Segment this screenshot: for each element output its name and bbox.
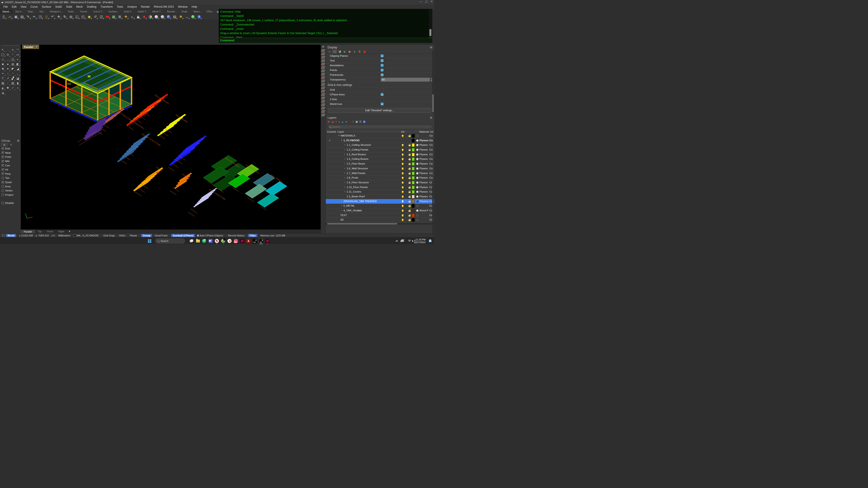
bulb-off-icon[interactable] [402,200,404,202]
gumball-toggle[interactable]: Gumball (CPlane) [171,234,195,237]
cplane-gear-icon[interactable]: ⚙ [322,45,324,48]
delete-layer-icon[interactable]: ✕ [335,120,337,123]
analyze-icon[interactable]: ✚ [123,14,129,20]
layer-row-floor-structure[interactable]: 1.9_Floor Structure PlywooCo [326,181,434,185]
layer-row-wall-panels[interactable]: 1.7_Wall Panels PlywooCo [326,171,434,176]
points-checkbox[interactable] [381,69,383,71]
edit-icon[interactable]: ✎ [25,14,31,20]
osnap-vertex-checkbox[interactable] [2,189,4,192]
record-history-toggle[interactable]: Record History [228,234,244,237]
cplane-icon[interactable] [321,73,326,75]
curve-tool-icon[interactable]: ◠ [16,47,20,52]
lamp-icon[interactable]: ○ [129,14,135,20]
toolbar-tab-render-tools[interactable]: Render... [164,9,179,13]
notifications-bell-icon[interactable] [429,239,431,241]
cplane-icon[interactable] [321,63,326,65]
bulb-icon[interactable] [402,209,404,212]
zoom-extents-icon[interactable]: ◰ [80,14,86,20]
exploded-posts[interactable]: POSTS [133,166,163,196]
arc-tool-icon[interactable]: ◜ [10,52,16,57]
layer-search-input[interactable] [332,125,427,128]
toolbar-tab-setview[interactable]: Set V... [13,9,26,13]
cplane-icon[interactable] [321,60,326,62]
lock-icon[interactable] [409,145,411,146]
cplane-icon[interactable] [321,110,326,113]
bulb-icon[interactable] [402,196,404,198]
layers-gear-icon[interactable]: ⚙ [430,116,432,119]
layer-row-floor-beam[interactable]: 1.5_Floor Beam PlywooCo [326,162,434,166]
viewport-dropdown-icon[interactable]: ▼ [35,46,38,48]
undo-icon[interactable]: ↶ [50,14,56,20]
layer-columns-icon[interactable]: ▦ [355,120,358,123]
toolbar-tab-surface-tools[interactable]: Surface... [106,9,121,13]
collapse-layers-icon[interactable]: ◀ [349,120,351,123]
material-icon[interactable] [416,149,418,151]
cplane-icon[interactable]: ⊞ [117,14,123,20]
osnap-tab-icon[interactable]: ◎ [1,143,8,147]
viewport-tab-right[interactable]: Right [56,230,67,233]
layers-horizontal-scrollbar[interactable] [326,223,434,225]
move-tool-icon[interactable]: ↗ [5,76,10,81]
instagram-icon[interactable] [233,238,238,243]
display-tab-display-icon[interactable]: ▢ [332,50,337,53]
material-icon[interactable] [416,182,418,184]
toolbar-tab-new[interactable]: New i... [191,9,204,13]
layer-color-swatch[interactable] [412,171,415,175]
text-checkbox[interactable] [381,59,383,62]
layer-color-swatch[interactable] [412,167,415,170]
expand-icon[interactable] [344,144,345,146]
osnap-quad-checkbox[interactable] [2,181,4,184]
viewport-tab-parallel[interactable]: Parallel [21,230,35,233]
new-file-icon[interactable]: ▯ [1,14,7,20]
osnap-filter-tab-icon[interactable]: ▽ [8,143,14,147]
osnap-mid-checkbox[interactable] [2,160,4,163]
surface-tool-icon[interactable]: ◫ [10,57,16,62]
exploded-covers[interactable]: COVERS [170,172,192,195]
bulb-icon[interactable] [402,177,404,179]
osnap-disable-checkbox[interactable] [2,202,4,204]
dimension-icon[interactable]: ↔ [184,14,190,20]
layer-color-swatch[interactable] [412,214,415,217]
bulb-icon[interactable] [402,154,404,156]
lock-icon[interactable] [409,177,411,179]
lock-icon[interactable] [409,154,411,156]
chrome-icon[interactable] [221,238,226,243]
expand-icon[interactable] [341,139,342,141]
viewport-layout-icon[interactable]: ◫ [98,14,104,20]
toolbar-tab-drafting[interactable]: Draft... [179,9,191,13]
toolbar-tab-visibility[interactable]: Visib... [66,9,78,13]
physical-tool-icon[interactable]: ✚ [5,86,10,90]
layer-row-wall-structure[interactable]: 1.6_Wall Structure PlywooCo [326,166,434,171]
menu-rhinocam[interactable]: RhinoCAM 2023 [152,5,176,9]
ortho-toggle[interactable]: Ortho [119,234,125,237]
lock-icon[interactable] [409,168,411,170]
indesign-icon-2[interactable]: Id [265,238,270,243]
exploded-roof-beams[interactable]: ROOF BEAMS [157,114,188,139]
cplane-icon[interactable] [321,49,326,52]
select-tool-icon[interactable]: ↖ [0,47,5,52]
toolbar-tab-select[interactable]: Sel... [37,9,47,13]
bulb-icon[interactable] [402,214,404,216]
rectangle-tool-icon[interactable]: ▭ [16,52,20,57]
cplane-icon[interactable] [321,80,326,82]
expand-icon[interactable] [344,163,345,165]
osnap-toggle[interactable]: Osnap [141,234,152,237]
layer-row-ceiling-structure[interactable]: 1.1_Ceiling Structure PlywooCo [326,143,434,148]
mirror-tool-icon[interactable]: ◪ [16,76,20,81]
smarttrack-toggle[interactable]: SmartTrack [155,234,167,237]
material-icon[interactable] [416,177,418,179]
material-icon[interactable] [416,219,418,221]
planar-toggle[interactable]: Planar [130,234,137,237]
layer-color-swatch[interactable] [412,143,415,147]
bulb-icon[interactable] [402,219,404,221]
patch-tool-icon[interactable]: ◧ [16,62,20,66]
toolbar-tab-viewport-layout[interactable]: Viewport L... [47,9,66,13]
exploded-ceiling-structure[interactable]: CEILING STRUCTURE [117,133,161,164]
bulb-icon[interactable] [402,135,404,137]
layers-help-icon[interactable]: ? [363,121,366,123]
layer-row-covers[interactable]: 1.11_Covers PlywooCo [326,190,434,194]
expand-icon[interactable] [338,134,339,136]
hide-tool-icon[interactable]: ◤ [10,66,16,71]
grid-snap-toggle[interactable]: Grid Snap [103,234,115,237]
layer-filter-icon[interactable]: ▽ [352,120,354,123]
